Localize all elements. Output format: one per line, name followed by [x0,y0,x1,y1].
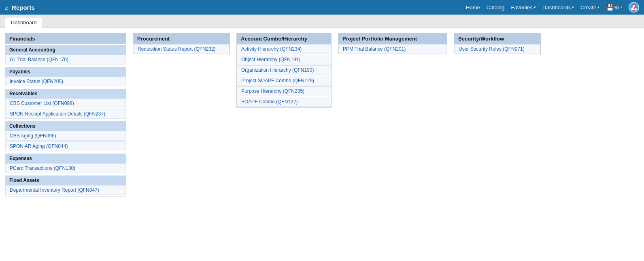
link-organization-hierarchy[interactable]: Organization Hierarchy (QFN190) [237,65,331,75]
ppm-header: Project Portfolio Management [338,33,447,44]
collections-header: Collections [5,121,126,131]
security-column: Security/Workflow User Security Roles (Q… [454,33,541,58]
link-cbs-aging[interactable]: CBS Aging (QFN096) [5,131,126,141]
ppm-column: Project Portfolio Management PPM Trial B… [338,33,447,58]
general-accounting-header: General Accounting [5,45,126,55]
link-soapf-combo[interactable]: SOAPF Combo (QFN122) [237,97,331,107]
link-spon-receipt[interactable]: SPON Receipt Application Details (QFN237… [5,109,126,119]
fixed-assets-section: Fixed Assets Departmental Inventory Repo… [5,175,126,197]
link-gl-trial-balance[interactable]: GL Trial Balance (QFN170) [5,55,126,64]
app-title: Reports [12,4,35,11]
payables-header: Payables [5,67,126,77]
receivables-header: Receivables [5,89,126,98]
tab-dashboard[interactable]: Dashboard [5,17,43,28]
procurement-column: Procurement Requisition Status Report (Q… [133,33,230,58]
account-combo-column: Account Combo/Hierarchy Activity Hierarc… [236,33,332,111]
fixed-assets-header: Fixed Assets [5,175,126,185]
link-project-soapf-combo[interactable]: Project SOAPF Combo (QFN129) [237,76,331,86]
dashboard-content: Financials General Accounting GL Trial B… [0,28,644,261]
link-spon-ar-aging[interactable]: SPON AR Aging (QFN044) [5,141,126,151]
settings-icon[interactable]: ⚙ [617,2,627,12]
link-user-security-roles[interactable]: User Security Roles (QFN071) [454,44,540,54]
link-ppm-trial-balance[interactable]: PPM Trial Balance (QFN201) [338,44,447,54]
link-pcard-transactions[interactable]: PCard Transactions (QFN130) [5,163,126,173]
nav-dashboards[interactable]: Dashboards ▾ [542,4,574,11]
link-activity-hierarchy[interactable]: Activity Hierarchy (QFN234) [237,44,331,54]
tabbar: Dashboard [0,15,644,28]
nav-favorites[interactable]: Favorites ▾ [511,4,536,11]
expenses-header: Expenses [5,154,126,163]
link-departmental-inventory[interactable]: Departmental Inventory Report (QFN047) [5,185,126,195]
account-combo-header: Account Combo/Hierarchy [237,33,331,44]
link-requisition-status[interactable]: Requisition Status Report (QFN232) [133,44,230,54]
save-icon[interactable]: 💾 [605,2,615,12]
expenses-section: Expenses PCard Transactions (QFN130) [5,153,126,175]
link-cbs-customer-list[interactable]: CBS Customer List (QFN098) [5,98,126,108]
procurement-header: Procurement [133,33,230,44]
refresh-icon[interactable]: ↻ [593,2,603,12]
nav-catalog[interactable]: Catalog [487,4,505,11]
dashboards-caret: ▾ [572,5,574,9]
favorites-caret: ▾ [534,5,536,9]
link-object-hierarchy[interactable]: Object Hierarchy (QFN191) [237,55,331,64]
receivables-section: Receivables CBS Customer List (QFN098) S… [5,88,126,120]
financials-column: Financials General Accounting GL Trial B… [5,33,126,200]
financials-header: Financials [5,33,126,44]
home-icon[interactable]: ⌂ [5,4,9,11]
link-purpose-hierarchy[interactable]: Purpose Hierarchy (QFN235) [237,86,331,96]
nav-home[interactable]: Home [466,4,480,11]
link-invoice-status[interactable]: Invoice Status (QFN205) [5,77,126,86]
security-header: Security/Workflow [454,33,540,44]
payables-section: Payables Invoice Status (QFN205) [5,66,126,88]
collections-section: Collections CBS Aging (QFN096) SPON AR A… [5,120,126,153]
topbar: ⌂ Reports Home Catalog Favorites ▾ Dashb… [0,0,644,15]
help-icon[interactable]: ❓ [629,2,639,12]
general-accounting-section: General Accounting GL Trial Balance (QFN… [5,44,126,66]
